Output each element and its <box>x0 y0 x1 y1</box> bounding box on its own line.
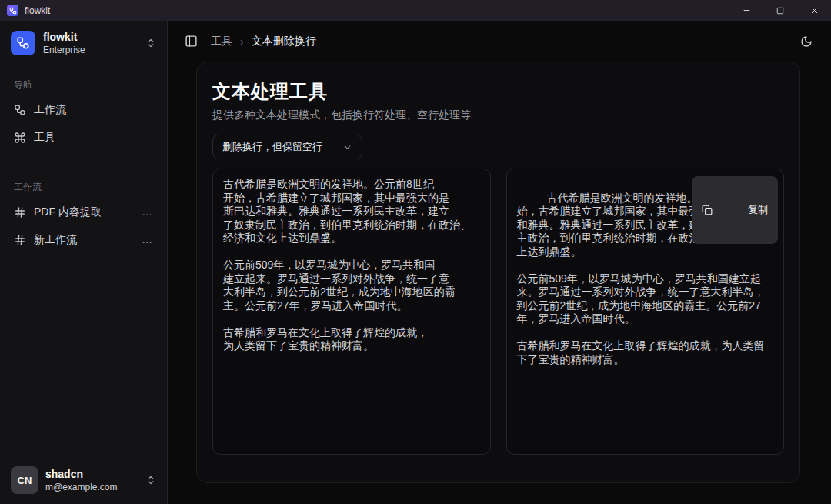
sidebar-item-tools[interactable]: 工具 <box>6 125 161 150</box>
app-title: flowkit <box>25 5 50 16</box>
copy-button-label: 复制 <box>748 203 768 217</box>
main-header: 工具 › 文本删除换行 <box>168 21 831 62</box>
minimize-button[interactable] <box>729 0 763 21</box>
user-menu-button[interactable]: CN shadcn m@example.com <box>6 462 161 498</box>
hash-icon <box>14 234 26 246</box>
workflow-icon <box>14 104 26 116</box>
sidebar-item-label: PDF 内容提取 <box>34 205 102 219</box>
sidebar-item-label: 工作流 <box>34 103 66 117</box>
brand-logo-icon <box>11 31 35 55</box>
sidebar-item-label: 新工作流 <box>34 233 77 247</box>
moon-icon[interactable] <box>800 35 813 48</box>
hash-icon <box>14 206 26 219</box>
command-icon <box>14 132 26 144</box>
user-name: shadcn <box>45 468 118 482</box>
close-button[interactable] <box>797 0 831 21</box>
breadcrumb-current: 文本删除换行 <box>252 35 316 48</box>
page-title: 文本处理工具 <box>212 79 784 104</box>
sidebar-item-pdf-extract[interactable]: PDF 内容提取 … <box>6 200 161 225</box>
brand-name: flowkit <box>43 31 85 45</box>
titlebar: flowkit <box>0 0 831 21</box>
sidebar-item-new-workflow[interactable]: 新工作流 … <box>6 228 161 252</box>
mode-select[interactable]: 删除换行，但保留空行 <box>212 135 362 159</box>
page-subtitle: 提供多种文本处理模式，包括换行符处理、空行处理等 <box>212 108 784 122</box>
sidebar: flowkit Enterprise 导航 工作流 工具 <box>0 21 168 504</box>
sidebar-toggle-icon[interactable] <box>185 35 198 48</box>
tool-card: 文本处理工具 提供多种文本处理模式，包括换行符处理、空行处理等 删除换行，但保留… <box>196 62 800 483</box>
workspace-switcher[interactable]: flowkit Enterprise <box>6 27 161 60</box>
sidebar-item-workflows[interactable]: 工作流 <box>6 98 161 122</box>
breadcrumb: 工具 › 文本删除换行 <box>211 35 316 48</box>
chevrons-up-down-icon <box>145 475 156 486</box>
chevron-right-icon: › <box>240 35 244 48</box>
copy-button[interactable]: 复制 <box>692 176 778 244</box>
item-actions-button[interactable]: … <box>142 209 153 215</box>
item-actions-button[interactable]: … <box>142 237 153 242</box>
maximize-button[interactable] <box>763 0 797 21</box>
nav-group-workflows: 工作流 PDF 内容提取 … 新工作流 … <box>0 176 167 252</box>
avatar: CN <box>11 466 38 494</box>
brand-plan: Enterprise <box>43 45 85 56</box>
app-logo-icon <box>7 5 18 16</box>
chevrons-up-down-icon <box>145 38 156 48</box>
sidebar-item-label: 工具 <box>34 131 55 145</box>
nav-group-label: 工作流 <box>6 176 161 200</box>
nav-group-label: 导航 <box>6 74 161 98</box>
user-email: m@example.com <box>45 482 118 492</box>
breadcrumb-parent-link[interactable]: 工具 <box>211 35 232 48</box>
mode-select-value: 删除换行，但保留空行 <box>222 140 322 154</box>
copy-icon <box>702 182 741 239</box>
nav-group-navigation: 导航 工作流 工具 <box>0 74 167 150</box>
main-area: 工具 › 文本删除换行 文本处理工具 提供多种文本处理模式，包括换行符处理、空行… <box>168 21 831 504</box>
window-controls <box>729 0 831 21</box>
input-textarea[interactable]: 古代希腊是欧洲文明的发祥地。公元前8世纪 开始，古希腊建立了城邦国家，其中最强大… <box>212 169 491 455</box>
output-panel: 古代希腊是欧洲文明的发祥地。公元前8世纪开始，古希腊建立了城邦国家，其中最强大的… <box>506 169 785 455</box>
chevron-down-icon <box>342 142 352 152</box>
